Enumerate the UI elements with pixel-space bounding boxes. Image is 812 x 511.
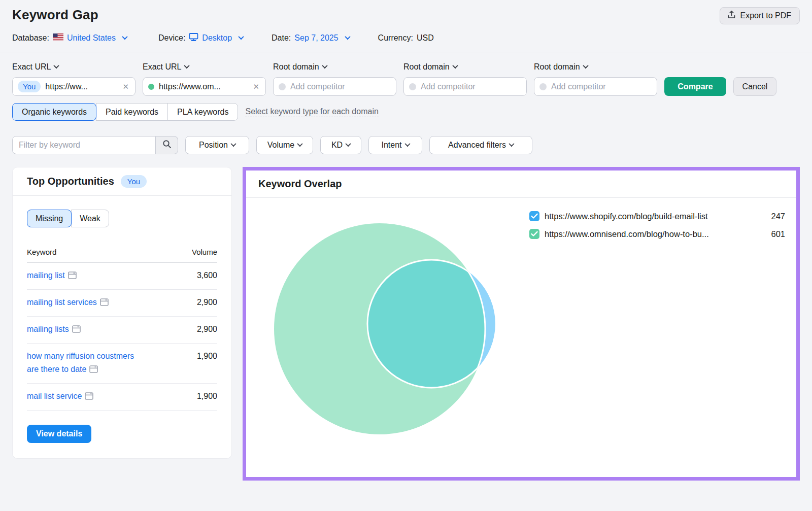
serp-features-icon[interactable] — [72, 324, 81, 337]
position-filter-dropdown[interactable]: Position — [185, 136, 249, 154]
upload-icon — [727, 10, 736, 21]
desktop-monitor-icon — [189, 32, 198, 44]
competitor-domain-input-4[interactable] — [534, 77, 657, 96]
compare-button[interactable]: Compare — [664, 77, 726, 96]
domain-type-selector-3[interactable]: Root domain — [273, 62, 396, 72]
keyword-volume: 2,900 — [197, 323, 217, 337]
search-button[interactable] — [156, 136, 178, 154]
chevron-down-icon — [230, 141, 236, 147]
advanced-filters-dropdown[interactable]: Advanced filters — [429, 136, 532, 154]
tab-paid-keywords[interactable]: Paid keywords — [96, 103, 168, 121]
toggle-missing[interactable]: Missing — [27, 210, 72, 227]
checkbox-checked-icon[interactable] — [529, 211, 539, 221]
database-value: United States — [67, 33, 116, 43]
serp-features-icon[interactable] — [85, 391, 93, 404]
domain-type-selector-2[interactable]: Exact URL — [143, 62, 266, 72]
currency-label: Currency: — [378, 33, 413, 43]
you-badge: You — [121, 175, 147, 188]
filter-by-keyword-input[interactable] — [12, 136, 156, 154]
competitor-domain-input-3[interactable] — [403, 77, 527, 96]
chevron-down-icon — [583, 63, 588, 69]
chevron-down-icon — [184, 63, 190, 69]
search-icon — [162, 140, 172, 151]
dropdown-label: Volume — [267, 141, 294, 150]
serp-features-icon[interactable] — [89, 364, 98, 377]
export-to-pdf-button[interactable]: Export to PDF — [720, 7, 800, 24]
competitor-color-dot — [409, 83, 416, 90]
table-row: mailing list 3,600 — [27, 263, 217, 290]
volume-filter-dropdown[interactable]: Volume — [256, 136, 313, 154]
select-keyword-type-link[interactable]: Select keyword type for each domain — [245, 107, 378, 117]
legend-keyword-count: 601 — [762, 229, 785, 239]
device-selector[interactable]: Desktop — [202, 33, 243, 43]
checkbox-checked-icon[interactable] — [529, 229, 539, 239]
competitor-domain-input-1[interactable]: https://www.om... ✕ — [143, 77, 266, 96]
competitor-domain-value: https://www.om... — [159, 82, 247, 91]
kd-filter-dropdown[interactable]: KD — [320, 136, 361, 154]
opportunities-table: Keyword Volume mailing list 3,600 mailin… — [27, 248, 217, 411]
legend-item-omnisend: https://www.omnisend.com/blog/how-to-bu.… — [529, 229, 785, 239]
domain-type-selector-5[interactable]: Root domain — [534, 62, 657, 72]
clear-domain-icon[interactable]: ✕ — [252, 82, 260, 91]
dropdown-label: Intent — [381, 141, 401, 150]
legend-keyword-count: 247 — [762, 212, 785, 221]
competitor-domain-input-2[interactable] — [273, 77, 396, 96]
keyword-volume: 1,900 — [197, 390, 217, 404]
date-label: Date: — [272, 33, 291, 43]
competitor-color-dot — [279, 83, 286, 90]
cancel-button[interactable]: Cancel — [733, 77, 776, 96]
page-title: Keyword Gap — [12, 7, 98, 23]
domain-type-label: Exact URL — [143, 62, 181, 72]
chevron-down-icon — [238, 34, 244, 40]
top-opportunities-title: Top Opportunities — [27, 176, 114, 187]
chevron-down-icon — [54, 63, 59, 69]
clear-domain-icon[interactable]: ✕ — [121, 82, 130, 91]
chevron-down-icon — [452, 63, 458, 69]
dropdown-label: Advanced filters — [448, 141, 506, 150]
serp-features-icon[interactable] — [100, 297, 109, 310]
keyword-type-tabs: Organic keywords Paid keywords PLA keywo… — [12, 103, 238, 121]
keyword-link[interactable]: how many riffusion coustmersare there to… — [27, 352, 134, 373]
you-domain-value: https://ww... — [45, 82, 117, 91]
legend-url: https://www.shopify.com/blog/build-email… — [545, 212, 757, 221]
chevron-down-icon — [122, 34, 127, 40]
domain-type-selector-1[interactable]: Exact URL — [12, 62, 136, 72]
keyword-link[interactable]: mail list service — [27, 392, 82, 400]
database-selector[interactable]: United States — [67, 33, 127, 43]
table-row: how many riffusion coustmersare there to… — [27, 344, 217, 384]
us-flag-icon — [53, 33, 63, 43]
top-opportunities-card: Top Opportunities You Missing Weak Keywo… — [12, 167, 232, 459]
competitor-color-dot — [539, 83, 547, 90]
you-domain-input[interactable]: You https://ww... ✕ — [12, 77, 136, 96]
keyword-link[interactable]: mailing lists — [27, 325, 69, 333]
keyword-link[interactable]: mailing list services — [27, 298, 97, 306]
you-chip: You — [18, 81, 41, 92]
keyword-overlap-chart: https://www.shopify.com/blog/build-email… — [246, 198, 796, 477]
filter-bar: Position Volume KD Intent Advanced filte… — [0, 136, 812, 154]
keyword-overlap-title: Keyword Overlap — [258, 178, 342, 189]
intent-filter-dropdown[interactable]: Intent — [368, 136, 422, 154]
view-details-button[interactable]: View details — [27, 425, 91, 443]
toggle-weak[interactable]: Weak — [71, 210, 109, 227]
domain-type-label: Root domain — [273, 62, 319, 72]
add-competitor-field[interactable] — [290, 82, 395, 91]
page-header: Keyword Gap Export to PDF Database: Unit… — [0, 0, 812, 52]
missing-weak-toggle: Missing Weak — [27, 210, 217, 227]
keyword-volume: 3,600 — [197, 269, 217, 283]
venn-diagram[interactable] — [246, 198, 772, 475]
volume-column-header: Volume — [192, 248, 217, 256]
chevron-down-icon — [345, 141, 351, 147]
date-value: Sep 7, 2025 — [294, 33, 338, 43]
add-competitor-field[interactable] — [551, 82, 656, 91]
add-competitor-field[interactable] — [421, 82, 526, 91]
database-label: Database: — [12, 33, 49, 43]
serp-features-icon[interactable] — [68, 270, 77, 283]
domain-type-selector-4[interactable]: Root domain — [403, 62, 527, 72]
tab-pla-keywords[interactable]: PLA keywords — [167, 103, 238, 121]
dropdown-label: Position — [199, 141, 228, 150]
venn-legend: https://www.shopify.com/blog/build-email… — [529, 211, 785, 239]
chevron-down-icon — [322, 63, 327, 69]
tab-organic-keywords[interactable]: Organic keywords — [12, 103, 96, 121]
date-selector[interactable]: Sep 7, 2025 — [294, 33, 349, 43]
keyword-link[interactable]: mailing list — [27, 271, 65, 280]
